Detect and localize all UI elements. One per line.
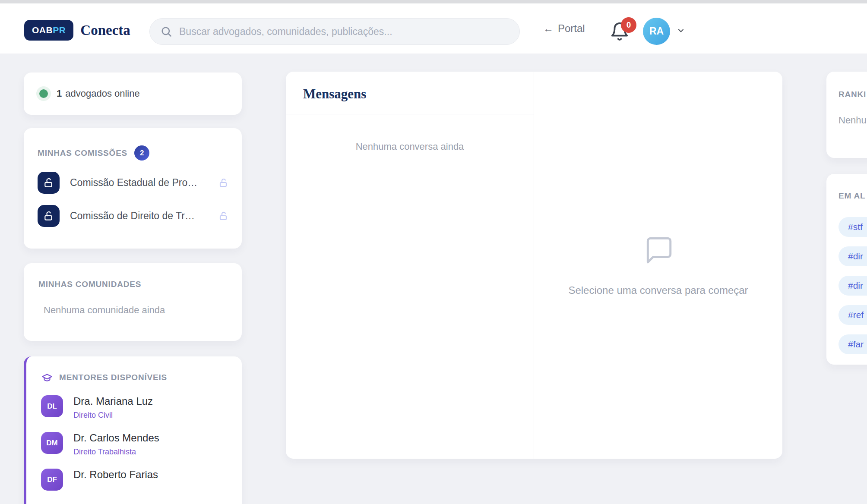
- thread-empty-text: Selecione uma conversa para começar: [568, 284, 748, 296]
- logo-oab-text: OAB: [32, 25, 53, 35]
- hashtag-chip[interactable]: #stf: [839, 217, 867, 237]
- chat-bubble-icon: [642, 234, 674, 266]
- open-lock-icon: [218, 211, 229, 221]
- communities-empty-text: Nenhuma comunidade ainda: [38, 305, 229, 316]
- mentor-avatar: DF: [41, 469, 63, 491]
- unlock-icon: [38, 172, 60, 194]
- hashtag-chip[interactable]: #ref: [839, 305, 867, 325]
- mentors-card: MENTORES DISPONÍVEIS DL Dra. Mariana Luz…: [24, 356, 242, 504]
- mentor-item[interactable]: DM Dr. Carlos Mendes Direito Trabalhista: [41, 432, 229, 457]
- open-lock-icon: [218, 178, 229, 188]
- online-status-card: 1advogados online: [24, 72, 242, 115]
- mentor-item[interactable]: DL Dra. Mariana Luz Direito Civil: [41, 395, 229, 420]
- conversations-empty-text: Nenhuma conversa ainda: [286, 141, 534, 152]
- commission-item[interactable]: Comissão de Direito de Tr…: [38, 205, 229, 227]
- my-commissions-card: MINHAS COMISSÕES 2 Comissão Estadual de …: [24, 128, 242, 249]
- avatar-initials: RA: [649, 25, 664, 37]
- mentors-header: MENTORES DISPONÍVEIS: [41, 372, 229, 383]
- commission-item[interactable]: Comissão Estadual de Pro…: [38, 172, 229, 194]
- chevron-down-icon[interactable]: [675, 26, 687, 35]
- mentor-specialty: Direito Civil: [73, 411, 153, 420]
- online-dot-icon: [39, 89, 48, 98]
- brand-logo[interactable]: OABPR Conecta: [24, 18, 130, 43]
- commissions-title: MINHAS COMISSÕES: [38, 148, 127, 158]
- notification-badge: 0: [621, 17, 636, 33]
- mentor-name: Dra. Mariana Luz: [73, 395, 153, 407]
- mentor-avatar: DM: [41, 432, 63, 454]
- app-name: Conecta: [80, 22, 130, 38]
- commissions-header: MINHAS COMISSÕES 2: [38, 145, 229, 161]
- messages-header: Mensagens: [286, 72, 534, 114]
- ranking-card: RANKI Nenhu: [826, 72, 867, 158]
- search-input[interactable]: [179, 26, 509, 38]
- oabpr-logo: OABPR: [24, 20, 73, 41]
- app-header: OABPR Conecta ← Portal 0 RA: [0, 3, 867, 54]
- mentor-specialty: Direito Trabalhista: [73, 447, 159, 457]
- graduation-cap-icon: [41, 372, 53, 383]
- ranking-title: RANKI: [839, 90, 867, 99]
- ranking-empty-text: Nenhu: [839, 115, 867, 126]
- messages-title: Mensagens: [303, 86, 366, 101]
- thread-panel: Selecione uma conversa para começar: [534, 72, 782, 459]
- mentor-item[interactable]: DF Dr. Roberto Farias: [41, 469, 229, 491]
- arrow-left-icon: ←: [543, 22, 554, 35]
- search-icon: [160, 25, 172, 38]
- unlock-icon: [38, 205, 60, 227]
- commissions-count-badge: 2: [134, 145, 149, 161]
- portal-label: Portal: [558, 22, 585, 35]
- hashtag-chip[interactable]: #dir: [839, 246, 867, 266]
- conversation-list-panel: Mensagens Nenhuma conversa ainda: [286, 72, 534, 459]
- mentor-name: Dr. Carlos Mendes: [73, 432, 159, 444]
- communities-title: MINHAS COMUNIDADES: [38, 280, 229, 289]
- hashtag-list: #stf #dir #dir #ref #far: [839, 217, 867, 354]
- trending-title: EM AL: [839, 191, 867, 201]
- mentors-title: MENTORES DISPONÍVEIS: [59, 373, 167, 382]
- online-label: advogados online: [65, 88, 139, 99]
- logo-pr-text: PR: [53, 25, 66, 35]
- hashtag-chip[interactable]: #dir: [839, 276, 867, 296]
- mentor-name: Dr. Roberto Farias: [73, 469, 158, 481]
- search-bar[interactable]: [149, 18, 520, 45]
- mentor-avatar: DL: [41, 395, 63, 417]
- portal-back-link[interactable]: ← Portal: [543, 20, 585, 37]
- commission-name: Comissão Estadual de Pro…: [70, 177, 213, 189]
- trending-card: EM AL #stf #dir #dir #ref #far: [826, 174, 867, 365]
- online-count: 1: [57, 88, 62, 99]
- notifications-button[interactable]: 0: [610, 21, 636, 47]
- messages-card: Mensagens Nenhuma conversa ainda Selecio…: [286, 72, 782, 459]
- online-text: 1advogados online: [57, 88, 140, 99]
- my-communities-card: MINHAS COMUNIDADES Nenhuma comunidade ai…: [24, 263, 242, 341]
- user-avatar[interactable]: RA: [643, 18, 670, 45]
- commission-name: Comissão de Direito de Tr…: [70, 210, 213, 222]
- hashtag-chip[interactable]: #far: [839, 334, 867, 354]
- top-border-strip: [0, 0, 867, 3]
